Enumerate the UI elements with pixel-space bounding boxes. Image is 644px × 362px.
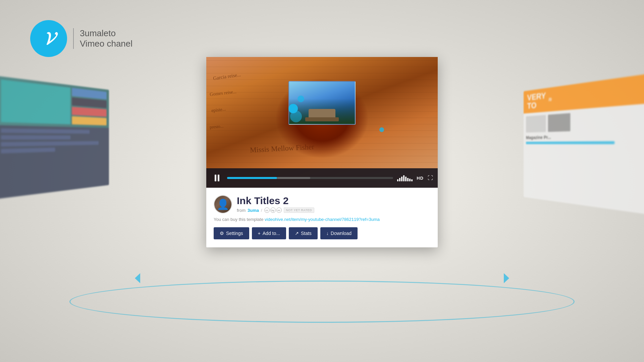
- stats-label: Stats: [301, 231, 312, 236]
- vol-bar-1: [397, 179, 398, 181]
- pause-button[interactable]: [211, 172, 223, 184]
- video-info: 👤 Ink Titles 2 from 3uma / cc by nc NOT …: [206, 188, 438, 247]
- left-side-screen: [0, 76, 109, 199]
- vol-bar-3: [401, 177, 402, 181]
- vimeo-v-icon: 𝓥: [44, 28, 54, 49]
- vol-bar-8: [411, 179, 413, 181]
- settings-button[interactable]: ⚙ Settings: [214, 227, 249, 239]
- settings-icon: ⚙: [220, 231, 224, 236]
- buy-url-link[interactable]: videohive.net/item/my-youtube-channel/78…: [265, 217, 380, 222]
- action-buttons: ⚙ Settings + Add to... ↗ Stats ↓ Downloa…: [214, 227, 430, 239]
- video-title: Ink Titles 2: [237, 195, 430, 206]
- download-button[interactable]: ↓ Download: [320, 227, 358, 239]
- nav-arrow-right[interactable]: [500, 272, 513, 285]
- video-title-text: Ink Titles 2 from 3uma / cc by nc NOT YE…: [237, 195, 430, 213]
- video-card: Garcia reise... Gomes reise... episte...…: [206, 57, 438, 247]
- author-avatar: 👤: [214, 195, 232, 214]
- download-label: Download: [331, 231, 352, 236]
- svg-marker-1: [504, 273, 509, 283]
- stats-button[interactable]: ↗ Stats: [289, 227, 318, 239]
- not-rated-badge: NOT YET RATED: [284, 207, 314, 213]
- pause-icon: [215, 175, 219, 181]
- nav-arrow-left[interactable]: [131, 272, 144, 285]
- vol-bar-2: [399, 178, 400, 181]
- vol-bar-7: [409, 179, 411, 181]
- add-to-label: Add to...: [263, 231, 280, 236]
- fullscreen-button[interactable]: ⛶: [428, 175, 433, 181]
- right-side-screen: VERYTO /0 Magazine Pr...: [524, 74, 644, 214]
- nc-icon: nc: [276, 207, 282, 213]
- cc-icon: cc: [264, 207, 270, 213]
- progress-buffer: [277, 177, 310, 179]
- vimeo-brand: 𝓥 3umaleto Vimeo chanel: [30, 20, 132, 57]
- avatar-image: 👤: [214, 196, 231, 213]
- vimeo-channel-info: 3umaleto Vimeo chanel: [73, 28, 132, 49]
- stats-icon: ↗: [295, 231, 299, 236]
- by-icon: by: [270, 207, 276, 213]
- download-icon: ↓: [326, 231, 329, 236]
- blue-dot-4: [379, 127, 384, 132]
- progress-bar[interactable]: [227, 177, 393, 179]
- from-label: from: [237, 208, 246, 213]
- blue-dot-3: [290, 111, 302, 122]
- meta-icons: cc by nc: [264, 207, 282, 213]
- video-controls: HD ⛶: [206, 168, 438, 188]
- author-name[interactable]: 3uma: [248, 208, 259, 213]
- video-title-row: 👤 Ink Titles 2 from 3uma / cc by nc NOT …: [214, 195, 430, 214]
- video-meta: from 3uma / cc by nc NOT YET RATED: [237, 207, 430, 213]
- add-to-button[interactable]: + Add to...: [252, 227, 286, 239]
- hd-badge: HD: [417, 176, 424, 181]
- settings-label: Settings: [226, 231, 243, 236]
- buy-link-row: You can buy this template videohive.net/…: [214, 217, 430, 222]
- progress-fill: [227, 177, 277, 179]
- vol-bar-4: [403, 175, 405, 181]
- vimeo-logo: 𝓥: [30, 20, 67, 57]
- volume-bars: [397, 175, 413, 181]
- video-player[interactable]: Garcia reise... Gomes reise... episte...…: [206, 57, 438, 188]
- svg-marker-0: [135, 273, 140, 283]
- add-icon: +: [258, 231, 261, 236]
- channel-name-line1: 3umaleto: [80, 28, 132, 39]
- vol-bar-5: [405, 177, 407, 181]
- vol-bar-6: [407, 178, 409, 181]
- channel-name-line2: Vimeo chanel: [80, 39, 132, 49]
- buy-text: You can buy this template: [214, 217, 263, 222]
- meta-divider: /: [261, 208, 262, 213]
- blue-dot-2: [298, 96, 304, 102]
